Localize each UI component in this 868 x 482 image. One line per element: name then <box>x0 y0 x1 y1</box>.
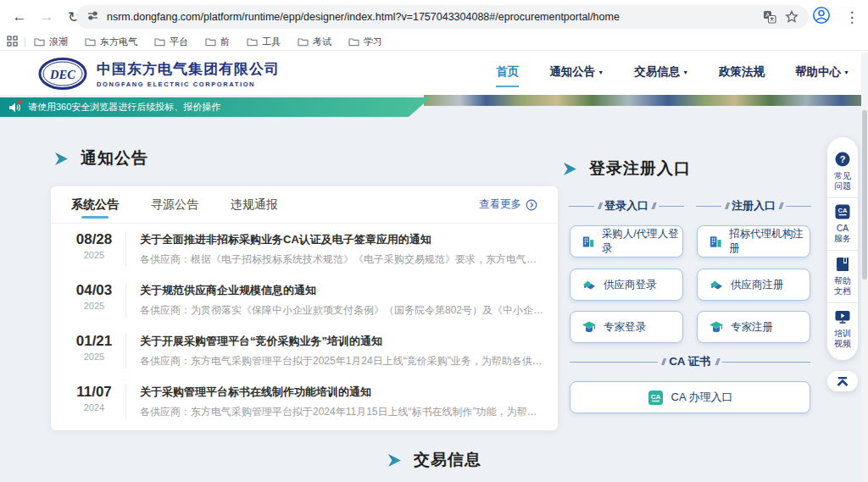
folder-icon <box>247 37 258 47</box>
nav-policies[interactable]: 政策法规 <box>719 64 765 86</box>
dec-logo-icon: DEC <box>37 57 88 91</box>
bookmark-folder[interactable]: 浪潮 <box>34 36 68 48</box>
notice-title: 关于规范供应商企业规模信息的通知 <box>140 283 544 298</box>
profile-icon[interactable] <box>812 6 831 28</box>
expert-register-button[interactable]: 专家注册 <box>697 311 810 343</box>
svg-text:CA: CA <box>838 207 848 214</box>
graduation-cap-icon <box>581 320 597 334</box>
question-icon: ? <box>834 151 851 168</box>
section-title-text: 交易信息 <box>414 449 481 471</box>
login-section-title: 登录注册入口 <box>561 158 691 180</box>
notice-row[interactable]: 08/282025 关于全面推进非招标采购业务CA认证及电子签章应用的通知 各供… <box>51 224 558 274</box>
ca-apply-button[interactable]: CA CA 办理入口 <box>570 381 810 413</box>
bookmark-folder[interactable]: 平台 <box>154 36 188 48</box>
help-doc-rail-item[interactable]: 帮助文档 <box>827 250 858 302</box>
main-nav: 首页 通知公告▼ 交易信息▼ 政策法规 帮助中心▼ <box>496 64 849 87</box>
notice-date: 01/212025 <box>63 325 125 376</box>
back-icon[interactable]: ← <box>8 8 31 25</box>
bookmark-folder[interactable]: 学习 <box>348 36 382 48</box>
chevron-right-circle-icon <box>526 199 537 211</box>
trade-section-title: 交易信息 <box>386 449 481 471</box>
app-window: ← → ↻ nsrm.dongfang.com/platform/runtime… <box>0 0 868 482</box>
chevron-down-icon: ▼ <box>682 69 688 75</box>
chevron-down-icon: ▼ <box>598 69 604 75</box>
notice-excerpt: 各供应商：东方电气采购管理平台拟于2024年11月15日上线“标书在线制作”功能… <box>140 405 537 419</box>
notice-row[interactable]: 04/032025 关于规范供应商企业规模信息的通知 各供应商：为贯彻落实《保障… <box>51 274 558 325</box>
folder-icon <box>298 37 309 47</box>
bookmarks-divider <box>25 37 25 47</box>
bookmark-folder[interactable]: 工具 <box>247 36 281 48</box>
notices-section-title: 通知公告 <box>53 147 148 169</box>
notice-row[interactable]: 11/072024 关于采购管理平台标书在线制作功能培训的通知 各供应商：东方电… <box>51 376 558 427</box>
agency-register-button[interactable]: 招标代理机构注册 <box>697 225 810 258</box>
ca-section-header: //CA 证书// <box>570 354 810 369</box>
site-settings-icon[interactable] <box>86 9 99 25</box>
bookmark-folder[interactable]: 东方电气 <box>85 36 137 48</box>
handshake-icon <box>581 278 597 291</box>
translate-icon[interactable]: A <box>763 10 776 24</box>
scrollbar-thumb[interactable] <box>862 110 867 280</box>
forward-icon[interactable]: → <box>36 8 58 25</box>
graduation-cap-icon <box>709 320 724 334</box>
section-title-text: 登录注册入口 <box>589 158 691 180</box>
ribbon-text: 请使用360安全浏览器进行后续投标、报价操作 <box>28 101 220 114</box>
building-icon <box>709 235 722 249</box>
speaker-icon <box>8 102 21 114</box>
svg-text:?: ? <box>840 154 846 164</box>
notice-date: 08/282025 <box>63 224 125 274</box>
nav-home[interactable]: 首页 <box>496 64 519 87</box>
browser-nav-buttons: ← → ↻ <box>0 8 85 26</box>
svg-text:CA: CA <box>650 392 660 400</box>
view-more-link[interactable]: 查看更多 <box>479 197 537 212</box>
expert-login-button[interactable]: 专家登录 <box>570 311 683 343</box>
bookmark-star-icon[interactable] <box>785 10 798 24</box>
section-arrow-icon <box>561 160 579 178</box>
folder-icon <box>85 37 96 47</box>
url-text[interactable]: nsrm.dongfang.com/platform/runtime/epp/d… <box>107 11 754 23</box>
register-entry-header: //注册入口// <box>696 198 811 213</box>
notice-title: 关于开展采购管理平台“竞价采购业务”培训的通知 <box>140 334 542 349</box>
bookmarks-bar: 浪潮 东方电气 平台 前 工具 考试 学习 <box>0 34 868 51</box>
faq-rail-item[interactable]: ? 常见问题 <box>827 146 858 197</box>
notice-excerpt: 各供应商：东方电气采购管理平台拟于2025年1月24日上线“竞价采购”业务，为帮… <box>140 354 542 368</box>
handshake-icon <box>709 278 724 291</box>
training-video-icon <box>834 308 851 325</box>
purchaser-login-button[interactable]: 采购人/代理人登录 <box>570 225 683 258</box>
nav-notices[interactable]: 通知公告▼ <box>549 64 604 86</box>
section-arrow-icon <box>53 150 70 168</box>
notice-title: 关于全面推进非招标采购业务CA认证及电子签章应用的通知 <box>140 232 544 247</box>
nav-trade-info[interactable]: 交易信息▼ <box>634 64 688 86</box>
ca-service-icon: CA <box>834 203 851 220</box>
tab-system-notices[interactable]: 系统公告 <box>71 186 119 223</box>
banner-photo <box>424 95 868 106</box>
bookmark-folder[interactable]: 考试 <box>298 36 331 48</box>
company-name-block: 中国东方电气集团有限公司 DONGFANG ELECTRIC CORPORATI… <box>97 59 280 88</box>
back-to-top-icon <box>836 376 849 387</box>
training-video-rail-item[interactable]: 培训视频 <box>827 302 858 355</box>
browser-toolbar: ← → ↻ nsrm.dongfang.com/platform/runtime… <box>0 0 868 34</box>
ca-service-rail-item[interactable]: CA CA服务 <box>827 197 858 250</box>
tab-sourcing-notices[interactable]: 寻源公告 <box>151 186 198 223</box>
notice-title: 关于采购管理平台标书在线制作功能培训的通知 <box>140 385 537 400</box>
svg-text:DEC: DEC <box>49 68 75 81</box>
address-bar[interactable]: nsrm.dongfang.com/platform/runtime/epp/d… <box>76 5 809 29</box>
nav-help-center[interactable]: 帮助中心▼ <box>795 64 849 86</box>
help-doc-icon <box>834 256 851 273</box>
menu-kebab-icon[interactable]: ⋮ <box>841 8 863 26</box>
supplier-login-button[interactable]: 供应商登录 <box>570 269 683 301</box>
folder-icon <box>348 37 359 47</box>
main-content: 请使用360安全浏览器进行后续投标、报价操作 通知公告 系统公告 寻源公告 违规… <box>0 95 868 482</box>
apps-grid-icon[interactable] <box>7 36 18 48</box>
section-arrow-icon <box>386 452 403 469</box>
login-entry-header: //登录入口// <box>569 198 684 213</box>
company-logo[interactable]: DEC 中国东方电气集团有限公司 DONGFANG ELECTRIC CORPO… <box>37 57 280 91</box>
notices-tabs: 系统公告 寻源公告 违规通报 查看更多 <box>51 186 558 224</box>
notice-excerpt: 各供应商：为贯彻落实《保障中小企业款项支付条例》（国务院令第802号）及《中小企… <box>140 303 544 318</box>
tab-violation-reports[interactable]: 违规通报 <box>231 186 278 223</box>
notice-excerpt: 各供应商：根据《电子招标投标系统技术规范》《电子采购交易规范》要求，东方电气采购… <box>140 252 544 267</box>
supplier-register-button[interactable]: 供应商注册 <box>697 269 810 301</box>
company-name: 中国东方电气集团有限公司 <box>97 59 280 79</box>
back-to-top-button[interactable] <box>827 371 858 391</box>
bookmark-folder[interactable]: 前 <box>205 36 230 48</box>
notice-row[interactable]: 01/212025 关于开展采购管理平台“竞价采购业务”培训的通知 各供应商：东… <box>51 325 558 376</box>
